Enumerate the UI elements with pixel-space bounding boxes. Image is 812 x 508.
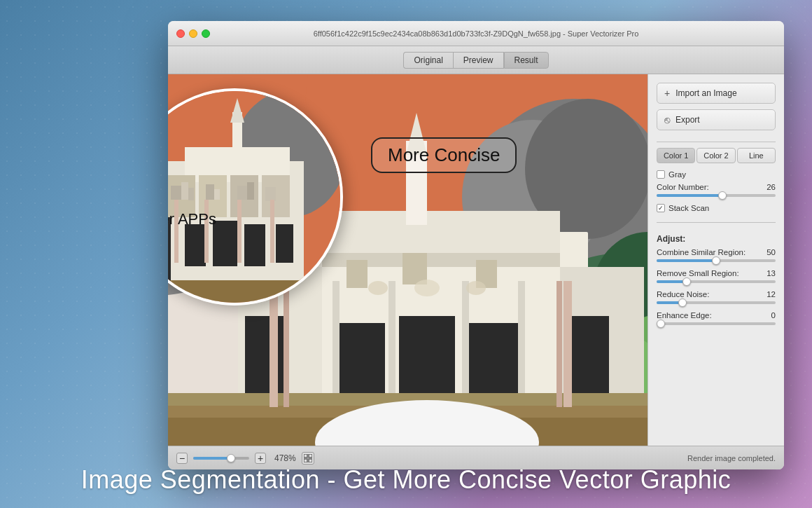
tab-color2[interactable]: Color 2 xyxy=(696,148,735,163)
combine-label: Combine Similar Region: xyxy=(657,248,746,256)
export-icon: ⎋ xyxy=(664,114,670,125)
export-button[interactable]: ⎋ Export xyxy=(657,109,776,130)
close-button[interactable] xyxy=(176,29,185,38)
color-number-row: Color Number: 26 xyxy=(657,183,776,197)
preview-button[interactable]: Preview xyxy=(453,52,504,69)
svg-rect-58 xyxy=(265,187,276,201)
svg-rect-66 xyxy=(204,200,209,263)
canvas-area: More Concise xyxy=(168,74,648,446)
svg-rect-25 xyxy=(462,281,469,407)
tab-row: Color 1 Color 2 Line xyxy=(657,148,776,163)
building-scene: More Concise xyxy=(168,74,648,446)
divider-2 xyxy=(657,222,776,223)
reduce-thumb[interactable] xyxy=(678,298,687,307)
reduce-label-row: Reduce Noise: 12 xyxy=(657,290,776,298)
enhance-row: Enhance Edge: 0 xyxy=(657,311,776,325)
enhance-value: 0 xyxy=(771,311,776,320)
window-title: 6ff056f1c422c9f15c9ec2434ca08b863d1d0b73… xyxy=(314,29,639,38)
svg-rect-64 xyxy=(168,280,340,303)
maximize-button[interactable] xyxy=(202,29,210,38)
color-number-label: Color Number: 26 xyxy=(657,183,776,191)
import-label: Import an Image xyxy=(676,88,736,98)
svg-rect-52 xyxy=(181,182,188,200)
import-button[interactable]: + Import an Image xyxy=(657,83,776,104)
plus-icon: + xyxy=(664,88,670,99)
traffic-lights xyxy=(176,29,210,38)
stack-scan-row: Stack Scan xyxy=(657,204,776,212)
remove-thumb[interactable] xyxy=(682,277,691,286)
color-number-thumb[interactable] xyxy=(718,191,727,200)
combine-row: Combine Similar Region: 50 xyxy=(657,248,776,262)
color-number-track[interactable] xyxy=(657,194,776,197)
svg-rect-59 xyxy=(185,224,206,266)
svg-rect-28 xyxy=(567,316,609,400)
enhance-track[interactable] xyxy=(657,322,776,325)
remove-label: Remove Small Region: xyxy=(657,269,739,277)
original-button[interactable]: Original xyxy=(403,52,452,69)
circle-inner: Other APPs xyxy=(168,91,340,303)
svg-rect-51 xyxy=(171,186,181,200)
gray-option-row: Gray xyxy=(657,170,776,179)
divider-1 xyxy=(657,142,776,142)
app-window: 6ff056f1c422c9f15c9ec2434ca08b863d1d0b73… xyxy=(168,21,784,469)
title-bar: 6ff056f1c422c9f15c9ec2434ca08b863d1d0b73… xyxy=(168,21,784,46)
remove-track[interactable] xyxy=(657,280,776,283)
svg-rect-39 xyxy=(556,281,562,407)
combine-value: 50 xyxy=(766,248,776,256)
svg-rect-55 xyxy=(214,189,220,200)
stack-scan-checkbox[interactable] xyxy=(657,204,665,212)
bottom-text: Image Segmentation - Get More Concise Ve… xyxy=(0,452,812,508)
tab-line[interactable]: Line xyxy=(737,148,776,163)
stack-scan-label: Stack Scan xyxy=(668,204,709,212)
circle-svg xyxy=(168,91,340,303)
combine-thumb[interactable] xyxy=(712,256,720,265)
reduce-row: Reduce Noise: 12 xyxy=(657,290,776,304)
svg-rect-67 xyxy=(237,200,241,263)
enhance-label-row: Enhance Edge: 0 xyxy=(657,311,776,320)
svg-rect-27 xyxy=(245,316,287,400)
svg-rect-21 xyxy=(402,253,427,284)
svg-point-35 xyxy=(466,281,486,295)
svg-rect-24 xyxy=(388,281,396,407)
color-number-value: 26 xyxy=(766,183,776,191)
reduce-label: Reduce Noise: xyxy=(657,290,709,298)
svg-rect-11 xyxy=(322,211,560,253)
main-content: More Concise xyxy=(168,74,784,446)
remove-label-row: Remove Small Region: 13 xyxy=(657,269,776,277)
minimize-button[interactable] xyxy=(189,29,197,38)
toolbar: Original Preview Result xyxy=(168,46,784,74)
reduce-value: 12 xyxy=(766,290,776,298)
svg-rect-57 xyxy=(247,182,254,200)
svg-rect-62 xyxy=(276,224,293,263)
svg-rect-65 xyxy=(174,200,178,263)
svg-rect-37 xyxy=(564,281,572,407)
combine-track[interactable] xyxy=(657,259,776,262)
gray-checkbox[interactable] xyxy=(657,170,665,179)
right-panel: + Import an Image ⎋ Export Color 1 Color… xyxy=(648,74,784,446)
svg-rect-54 xyxy=(206,184,214,200)
combine-fill xyxy=(657,259,716,262)
svg-rect-56 xyxy=(237,186,247,200)
comparison-circle: Other APPs xyxy=(168,88,343,306)
export-label: Export xyxy=(676,115,700,125)
svg-rect-26 xyxy=(518,281,525,407)
tab-color1[interactable]: Color 1 xyxy=(657,148,695,163)
svg-rect-63 xyxy=(168,217,171,287)
adjust-title: Adjust: xyxy=(657,234,776,244)
svg-rect-20 xyxy=(346,260,368,288)
svg-rect-60 xyxy=(213,221,237,266)
svg-point-34 xyxy=(368,281,388,295)
svg-rect-61 xyxy=(244,224,265,266)
remove-row: Remove Small Region: 13 xyxy=(657,269,776,283)
svg-rect-53 xyxy=(188,188,194,200)
result-button[interactable]: Result xyxy=(504,52,549,69)
combine-label-row: Combine Similar Region: 50 xyxy=(657,248,776,256)
enhance-thumb[interactable] xyxy=(657,320,665,328)
svg-rect-68 xyxy=(270,200,274,263)
svg-point-33 xyxy=(414,280,440,296)
color-number-fill xyxy=(657,194,722,197)
gray-label: Gray xyxy=(668,170,686,179)
enhance-label: Enhance Edge: xyxy=(657,311,712,320)
remove-value: 13 xyxy=(766,269,776,277)
reduce-track[interactable] xyxy=(657,301,776,304)
